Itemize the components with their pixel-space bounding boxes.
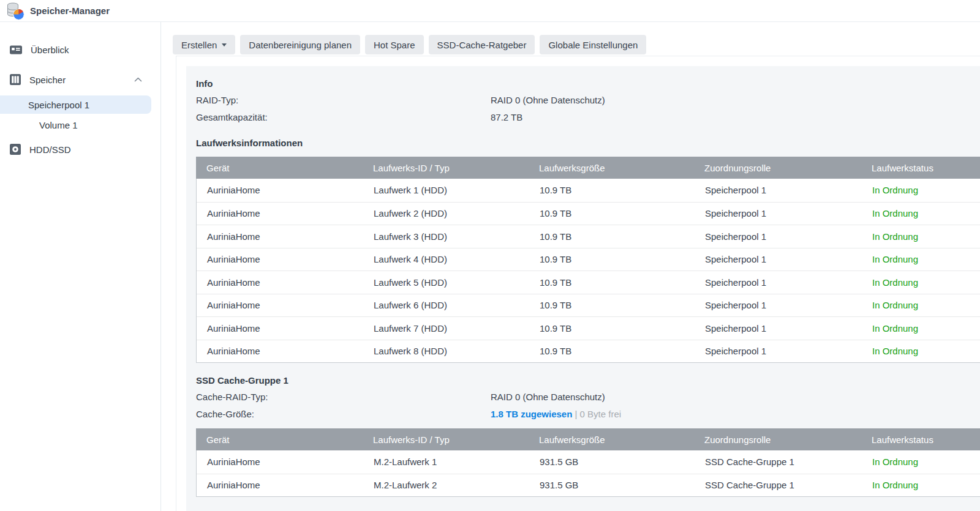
content-scroll-region[interactable]: Info RAID-Typ:RAID 0 (Ohne Datenschutz)G… bbox=[176, 56, 980, 511]
column-header: Gerät bbox=[196, 163, 363, 173]
table-row[interactable]: AuriniaHomeM.2-Laufwerk 2931.5 GBSSD Cac… bbox=[197, 474, 980, 497]
table-cell: Speicherpool 1 bbox=[695, 185, 862, 195]
table-row[interactable]: AuriniaHomeLaufwerk 6 (HDD)10.9 TBSpeich… bbox=[197, 294, 980, 317]
table-cell: AuriniaHome bbox=[197, 277, 363, 288]
sidebar-item-label: Überblick bbox=[31, 45, 69, 55]
caret-down-icon bbox=[222, 43, 227, 47]
column-header: Laufwerks-ID / Typ bbox=[363, 435, 529, 445]
drive-status: In Ordnung bbox=[862, 231, 980, 242]
info-row: Cache-RAID-Typ:RAID 0 (Ohne Datenschutz) bbox=[196, 388, 973, 405]
table-row[interactable]: AuriniaHomeLaufwerk 3 (HDD)10.9 TBSpeich… bbox=[197, 225, 980, 248]
table-cell: Laufwerk 3 (HDD) bbox=[363, 231, 529, 242]
table-cell: Laufwerk 1 (HDD) bbox=[363, 185, 529, 195]
info-label: RAID-Typ: bbox=[196, 95, 491, 105]
table-cell: Speicherpool 1 bbox=[695, 346, 862, 356]
table-cell: AuriniaHome bbox=[197, 346, 363, 356]
table-row[interactable]: AuriniaHomeLaufwerk 4 (HDD)10.9 TBSpeich… bbox=[197, 248, 980, 271]
drive-info-section-title: Laufwerksinformationen bbox=[196, 134, 973, 151]
table-row[interactable]: AuriniaHomeM.2-Laufwerk 1931.5 GBSSD Cac… bbox=[197, 450, 980, 474]
info-row: Gesamtkapazität:87.2 TB bbox=[196, 108, 973, 125]
table-cell: 10.9 TB bbox=[529, 300, 695, 310]
storage-manager-app-icon bbox=[6, 2, 24, 20]
drive-table: GerätLaufwerks-ID / TypLaufwerksgrößeZuo… bbox=[196, 157, 980, 363]
table-cell: 10.9 TB bbox=[529, 208, 695, 218]
info-section-title: Info bbox=[196, 75, 973, 91]
table-cell: Speicherpool 1 bbox=[695, 300, 862, 310]
overview-icon bbox=[10, 45, 22, 55]
table-cell: 10.9 TB bbox=[529, 277, 695, 288]
cache-size-label: Cache-Größe: bbox=[196, 409, 491, 419]
table-cell: AuriniaHome bbox=[197, 323, 363, 334]
cache-section-title: SSD Cache-Gruppe 1 bbox=[196, 371, 973, 388]
table-row[interactable]: AuriniaHomeLaufwerk 2 (HDD)10.9 TBSpeich… bbox=[197, 202, 980, 225]
hdd-icon bbox=[10, 144, 21, 155]
sidebar-item-storage-pool-1[interactable]: Speicherpool 1 bbox=[0, 95, 151, 114]
column-header: Laufwerksgröße bbox=[529, 163, 694, 173]
sidebar-item-label: Volume 1 bbox=[39, 120, 78, 130]
cache-size-row: Cache-Größe: 1.8 TB zugewiesen | 0 Byte … bbox=[196, 405, 973, 422]
cache-kv-list: Cache-RAID-Typ:RAID 0 (Ohne Datenschutz) bbox=[196, 388, 973, 405]
table-cell: Laufwerk 7 (HDD) bbox=[363, 323, 529, 334]
info-value: RAID 0 (Ohne Datenschutz) bbox=[491, 392, 605, 402]
cache-size-allocated-link[interactable]: 1.8 TB zugewiesen bbox=[491, 409, 572, 419]
drive-status: In Ordnung bbox=[862, 277, 980, 288]
table-cell: Speicherpool 1 bbox=[695, 254, 862, 264]
sidebar: Überblick Speicher Speicherpool 1 bbox=[0, 22, 161, 511]
table-cell: 931.5 GB bbox=[529, 480, 695, 490]
ssd-cache-section: SSD Cache-Gruppe 1 Cache-RAID-Typ:RAID 0… bbox=[196, 371, 973, 497]
table-cell: Laufwerk 6 (HDD) bbox=[363, 300, 529, 310]
storage-icon bbox=[10, 74, 21, 85]
table-cell: M.2-Laufwerk 2 bbox=[363, 480, 529, 490]
drive-status: In Ordnung bbox=[862, 480, 980, 490]
table-row[interactable]: AuriniaHomeLaufwerk 7 (HDD)10.9 TBSpeich… bbox=[197, 316, 980, 340]
table-cell: AuriniaHome bbox=[197, 300, 363, 310]
sidebar-item-label: HDD/SSD bbox=[29, 144, 71, 155]
table-cell: AuriniaHome bbox=[197, 208, 363, 218]
table-header-row: GerätLaufwerks-ID / TypLaufwerksgrößeZuo… bbox=[196, 157, 980, 179]
sidebar-item-overview[interactable]: Überblick bbox=[0, 40, 160, 59]
table-row[interactable]: AuriniaHomeLaufwerk 5 (HDD)10.9 TBSpeich… bbox=[197, 270, 980, 294]
table-cell: 10.9 TB bbox=[529, 231, 695, 242]
schedule-data-scrubbing-button[interactable]: Datenbereinigung planen bbox=[240, 35, 360, 54]
table-cell: AuriniaHome bbox=[197, 457, 363, 467]
table-row[interactable]: AuriniaHomeLaufwerk 1 (HDD)10.9 TBSpeich… bbox=[197, 179, 980, 202]
table-cell: Speicherpool 1 bbox=[695, 323, 862, 334]
hot-spare-button[interactable]: Hot Spare bbox=[365, 35, 424, 54]
table-cell: 10.9 TB bbox=[529, 323, 695, 334]
sidebar-item-storage[interactable]: Speicher bbox=[0, 70, 160, 89]
sidebar-item-label: Speicher bbox=[29, 75, 66, 85]
table-cell: SSD Cache-Gruppe 1 bbox=[695, 480, 862, 490]
toolbar: ErstellenDatenbereinigung planenHot Spar… bbox=[161, 22, 980, 54]
table-cell: SSD Cache-Gruppe 1 bbox=[695, 457, 862, 467]
cache-size-free-text: | 0 Byte frei bbox=[572, 409, 621, 419]
info-label: Cache-RAID-Typ: bbox=[196, 392, 491, 402]
column-header: Laufwerkstatus bbox=[861, 435, 980, 445]
column-header: Laufwerks-ID / Typ bbox=[363, 163, 529, 173]
column-header: Laufwerksgröße bbox=[529, 435, 694, 445]
info-value: RAID 0 (Ohne Datenschutz) bbox=[491, 95, 605, 105]
drive-status: In Ordnung bbox=[862, 208, 980, 218]
cache-drive-table: GerätLaufwerks-ID / TypLaufwerksgrößeZuo… bbox=[196, 428, 980, 497]
info-label: Gesamtkapazität: bbox=[196, 112, 491, 122]
drive-status: In Ordnung bbox=[862, 346, 980, 356]
table-cell: Speicherpool 1 bbox=[695, 231, 862, 242]
chevron-up-icon[interactable] bbox=[134, 77, 142, 82]
table-cell: Laufwerk 2 (HDD) bbox=[363, 208, 529, 218]
table-cell: 931.5 GB bbox=[529, 457, 695, 467]
sidebar-item-volume-1[interactable]: Volume 1 bbox=[0, 116, 160, 134]
sidebar-item-hdd-ssd[interactable]: HDD/SSD bbox=[0, 140, 160, 159]
create-button[interactable]: Erstellen bbox=[173, 35, 235, 54]
table-cell: Laufwerk 5 (HDD) bbox=[363, 277, 529, 288]
table-header-row: GerätLaufwerks-ID / TypLaufwerksgrößeZuo… bbox=[196, 428, 980, 450]
table-row[interactable]: AuriniaHomeLaufwerk 8 (HDD)10.9 TBSpeich… bbox=[197, 340, 980, 363]
drive-status: In Ordnung bbox=[862, 300, 980, 310]
ssd-cache-advisor-button[interactable]: SSD-Cache-Ratgeber bbox=[429, 35, 535, 54]
info-row: RAID-Typ:RAID 0 (Ohne Datenschutz) bbox=[196, 91, 973, 108]
table-cell: AuriniaHome bbox=[197, 185, 363, 195]
drive-status: In Ordnung bbox=[862, 185, 980, 195]
column-header: Laufwerkstatus bbox=[861, 163, 980, 173]
global-settings-button[interactable]: Globale Einstellungen bbox=[540, 35, 646, 54]
sidebar-item-label: Speicherpool 1 bbox=[28, 100, 89, 110]
table-cell: M.2-Laufwerk 1 bbox=[363, 457, 529, 467]
table-cell: AuriniaHome bbox=[197, 231, 363, 242]
